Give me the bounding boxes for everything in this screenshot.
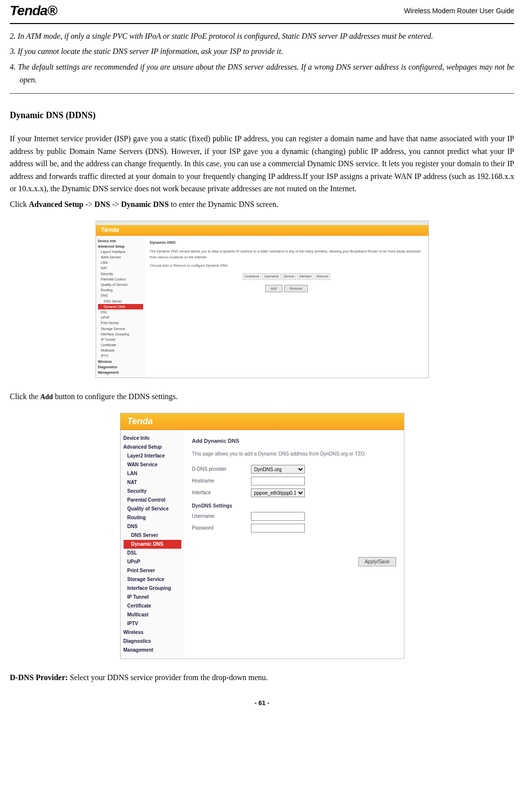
ss2-nav-routing[interactable]: Routing bbox=[124, 513, 181, 522]
ss2-tenda-logo: Tenda bbox=[127, 414, 153, 429]
ddns-paragraph-add: Click the Add button to configure the DD… bbox=[10, 390, 514, 403]
page-number: - 61 - bbox=[10, 698, 514, 713]
ss2-nav-wan[interactable]: WAN Service bbox=[124, 460, 181, 469]
ss2-section-dyndns: DynDNS Settings bbox=[192, 502, 396, 510]
ss1-nav-multicast[interactable]: Multicast bbox=[98, 348, 143, 353]
ss2-nav-security[interactable]: Security bbox=[124, 487, 181, 496]
header-title: Wireless Modem Router User Guide bbox=[404, 5, 514, 16]
tenda-logo: Tenda® bbox=[10, 0, 57, 22]
ss2-nav-dns[interactable]: DNS bbox=[124, 522, 181, 531]
ss2-body: Device Info Advanced Setup Layer2 Interf… bbox=[121, 430, 404, 659]
ss2-nav-qos[interactable]: Quality of Service bbox=[124, 505, 181, 513]
ss2-nav-cert[interactable]: Certificate bbox=[124, 602, 181, 610]
ss1-nav-advanced-setup[interactable]: Advanced Setup bbox=[98, 244, 143, 249]
ss2-label-username: Username bbox=[192, 512, 251, 520]
page-header: Tenda® Wireless Modem Router User Guide bbox=[10, 0, 514, 24]
ss1-remove-button[interactable]: Remove bbox=[284, 285, 308, 292]
nav-sep-2: -> bbox=[110, 200, 121, 208]
ss1-nav-upnp[interactable]: UPnP bbox=[98, 315, 143, 320]
ss2-apply-save-button[interactable]: Apply/Save bbox=[358, 557, 396, 566]
ss2-nav-upnp[interactable]: UPnP bbox=[124, 558, 181, 566]
nav-text-pre: Click bbox=[10, 200, 29, 208]
section-divider bbox=[10, 93, 514, 94]
ss2-apply-row: Apply/Save bbox=[192, 557, 396, 566]
ss2-sidebar: Device Info Advanced Setup Layer2 Interf… bbox=[121, 430, 184, 659]
ss2-nav-mgmt[interactable]: Management bbox=[124, 646, 181, 655]
ss2-nav-nat[interactable]: NAT bbox=[124, 478, 181, 487]
ss1-add-button[interactable]: Add bbox=[265, 285, 282, 292]
ss1-nav-diag[interactable]: Diagnostics bbox=[98, 364, 143, 370]
nav-sep-1: -> bbox=[83, 200, 94, 208]
ss1-nav-mgmt[interactable]: Management bbox=[98, 370, 143, 375]
ss2-row-hostname: Hostname bbox=[192, 477, 396, 485]
ss2-nav-device-info[interactable]: Device Info bbox=[124, 434, 181, 443]
ss1-nav-ifgroup[interactable]: Interface Grouping bbox=[98, 331, 143, 337]
ddns-paragraph-nav: Click Advanced Setup -> DNS -> Dynamic D… bbox=[10, 198, 514, 211]
ss1-nav-print[interactable]: Print Server bbox=[98, 320, 143, 326]
ss2-nav-layer2[interactable]: Layer2 Interface bbox=[124, 452, 181, 460]
ss1-nav-wan[interactable]: WAN Service bbox=[98, 254, 143, 260]
ss1-nav-nat[interactable]: NAT bbox=[98, 265, 143, 271]
ss2-page-title: Add Dynamic DNS bbox=[192, 437, 396, 446]
ddns-paragraph-1: If your Internet service provider (ISP) … bbox=[10, 132, 514, 195]
ss1-nav-device-info[interactable]: Device Info bbox=[98, 238, 143, 244]
ss2-nav-storage[interactable]: Storage Service bbox=[124, 575, 181, 584]
ss1-nav-dsl[interactable]: DSL bbox=[98, 309, 143, 315]
ss2-nav-dns-server[interactable]: DNS Server bbox=[124, 531, 181, 540]
ddns-provider-paragraph: D-DNS Provider: Select your DDNS service… bbox=[10, 671, 514, 684]
ss2-brandbar: Tenda bbox=[121, 413, 404, 430]
ss2-nav-iptv[interactable]: IPTV bbox=[124, 619, 181, 628]
ss2-label-hostname: Hostname bbox=[192, 477, 251, 485]
ss1-desc-2: Choose Add or Remove to configure Dynami… bbox=[150, 263, 424, 268]
note-2: 2. In ATM mode, if only a single PVC wit… bbox=[10, 30, 514, 43]
screenshot-ddns-list: Tenda Device Info Advanced Setup Layer2 … bbox=[96, 221, 429, 379]
ss1-page-title: Dynamic DNS bbox=[150, 240, 424, 246]
ss2-nav-ifgroup[interactable]: Interface Grouping bbox=[124, 584, 181, 593]
ss2-input-password[interactable] bbox=[251, 524, 305, 533]
ss1-nav-dynamic-dns[interactable]: Dynamic DNS bbox=[98, 304, 143, 309]
add-text-post: button to configure the DDNS settings. bbox=[53, 392, 178, 401]
ss1-nav-iptv[interactable]: IPTV bbox=[98, 353, 143, 358]
ss2-input-username[interactable] bbox=[251, 512, 305, 521]
nav-dynamic-dns: Dynamic DNS bbox=[121, 200, 169, 208]
ss2-nav-dsl[interactable]: DSL bbox=[124, 549, 181, 558]
ss1-nav-parental[interactable]: Parental Control bbox=[98, 277, 143, 282]
ss1-nav-security[interactable]: Security bbox=[98, 271, 143, 277]
ss1-nav-routing[interactable]: Routing bbox=[98, 287, 143, 293]
ss2-select-provider[interactable]: DynDNS.org bbox=[251, 465, 305, 474]
ss2-row-username: Username bbox=[192, 512, 396, 521]
ss2-nav-advanced-setup[interactable]: Advanced Setup bbox=[124, 443, 181, 452]
ss1-nav-storage[interactable]: Storage Service bbox=[98, 326, 143, 331]
ss2-nav-iptunnel[interactable]: IP Tunnel bbox=[124, 593, 181, 602]
ss2-nav-multicast[interactable]: Multicast bbox=[124, 610, 181, 619]
ss2-nav-print[interactable]: Print Server bbox=[124, 566, 181, 575]
ss1-nav-dns[interactable]: DNS bbox=[98, 293, 143, 298]
ss1-col-username: Username bbox=[262, 273, 281, 280]
ss1-sidebar: Device Info Advanced Setup Layer2 Interf… bbox=[96, 236, 145, 378]
ss1-table-header: Hostname Username Service Interface Remo… bbox=[150, 273, 424, 280]
ss1-col-service: Service bbox=[282, 273, 297, 280]
ss1-nav-dns-server[interactable]: DNS Server bbox=[98, 299, 143, 304]
ss2-nav-dynamic-dns[interactable]: Dynamic DNS bbox=[124, 540, 181, 549]
ss2-label-password: Password bbox=[192, 524, 251, 532]
ss2-nav-wireless[interactable]: Wireless bbox=[124, 628, 181, 637]
ss1-nav-lan[interactable]: LAN bbox=[98, 260, 143, 265]
ss1-nav-wireless[interactable]: Wireless bbox=[98, 359, 143, 364]
ss1-nav-cert[interactable]: Certificate bbox=[98, 342, 143, 348]
ss2-nav-diag[interactable]: Diagnostics bbox=[124, 637, 181, 646]
nav-dns: DNS bbox=[95, 200, 110, 208]
nav-advanced-setup: Advanced Setup bbox=[29, 200, 84, 208]
ss2-nav-parental[interactable]: Parental Control bbox=[124, 496, 181, 505]
section-heading-ddns: Dynamic DNS (DDNS) bbox=[10, 108, 514, 123]
screenshot-ddns-add: Tenda Device Info Advanced Setup Layer2 … bbox=[120, 413, 404, 659]
ss1-nav-layer2[interactable]: Layer2 Interface bbox=[98, 249, 143, 254]
note-3: 3. If you cannot locate the static DNS s… bbox=[10, 45, 514, 58]
ss1-col-remove: Remove bbox=[315, 273, 330, 280]
ss1-nav-iptunnel[interactable]: IP Tunnel bbox=[98, 337, 143, 342]
ss1-tenda-logo: Tenda bbox=[101, 225, 120, 235]
ss1-nav-qos[interactable]: Quality of Service bbox=[98, 282, 143, 287]
ss2-input-hostname[interactable] bbox=[251, 477, 305, 485]
ss2-select-interface[interactable]: pppoe_eth3/ppp0.1 bbox=[251, 488, 305, 497]
ss1-body: Device Info Advanced Setup Layer2 Interf… bbox=[96, 236, 428, 378]
ss2-nav-lan[interactable]: LAN bbox=[124, 469, 181, 478]
